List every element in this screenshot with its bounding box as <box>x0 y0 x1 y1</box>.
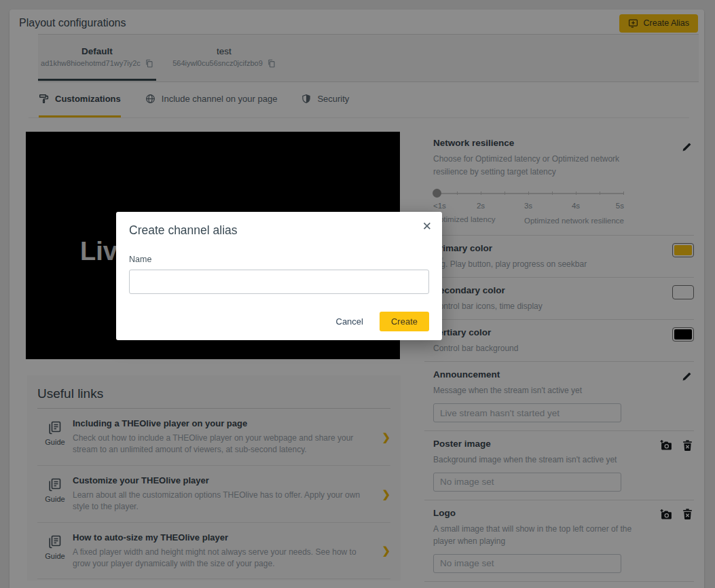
alias-name-input[interactable] <box>129 270 429 294</box>
close-dialog-button[interactable]: ✕ <box>422 219 432 234</box>
close-icon: ✕ <box>422 220 432 233</box>
create-channel-alias-dialog: Create channel alias ✕ Name Cancel Creat… <box>116 212 442 340</box>
cancel-button[interactable]: Cancel <box>336 316 363 327</box>
name-field-label: Name <box>129 255 151 264</box>
create-button[interactable]: Create <box>380 312 429 331</box>
dialog-title: Create channel alias <box>129 223 238 238</box>
